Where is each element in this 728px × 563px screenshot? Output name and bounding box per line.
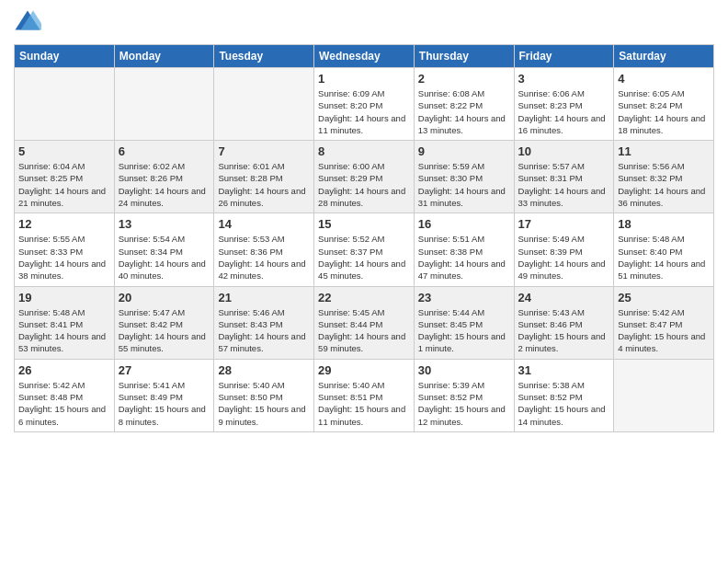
day-info: Sunrise: 5:56 AM Sunset: 8:32 PM Dayligh…: [618, 160, 710, 209]
day-number: 18: [618, 217, 710, 231]
page: SundayMondayTuesdayWednesdayThursdayFrid…: [0, 0, 728, 442]
day-number: 5: [18, 144, 110, 158]
calendar-cell-4-4: 22Sunrise: 5:45 AM Sunset: 8:44 PM Dayli…: [314, 286, 415, 359]
calendar-cell-1-4: 1Sunrise: 6:09 AM Sunset: 8:20 PM Daylig…: [314, 68, 415, 141]
calendar-cell-2-7: 11Sunrise: 5:56 AM Sunset: 8:32 PM Dayli…: [614, 141, 714, 213]
day-number: 2: [418, 72, 510, 86]
day-number: 20: [119, 291, 210, 304]
calendar-cell-1-3: [214, 68, 314, 141]
day-number: 21: [218, 291, 310, 304]
day-info: Sunrise: 5:52 AM Sunset: 8:37 PM Dayligh…: [318, 233, 410, 282]
calendar-cell-5-2: 27Sunrise: 5:41 AM Sunset: 8:49 PM Dayli…: [114, 359, 214, 431]
day-number: 14: [218, 217, 310, 231]
calendar-cell-4-6: 24Sunrise: 5:43 AM Sunset: 8:46 PM Dayli…: [514, 286, 614, 359]
calendar-cell-3-7: 18Sunrise: 5:48 AM Sunset: 8:40 PM Dayli…: [614, 213, 714, 286]
day-number: 7: [218, 144, 310, 158]
day-number: 8: [318, 144, 410, 158]
day-number: 4: [618, 72, 710, 86]
calendar-table: SundayMondayTuesdayWednesdayThursdayFrid…: [14, 44, 714, 432]
calendar-cell-3-6: 17Sunrise: 5:49 AM Sunset: 8:39 PM Dayli…: [514, 213, 614, 286]
calendar-cell-3-5: 16Sunrise: 5:51 AM Sunset: 8:38 PM Dayli…: [414, 213, 514, 286]
day-info: Sunrise: 5:45 AM Sunset: 8:44 PM Dayligh…: [318, 306, 410, 355]
day-number: 28: [218, 363, 310, 377]
day-info: Sunrise: 5:48 AM Sunset: 8:40 PM Dayligh…: [618, 233, 710, 282]
day-info: Sunrise: 5:39 AM Sunset: 8:52 PM Dayligh…: [418, 379, 510, 428]
weekday-header-monday: Monday: [114, 45, 214, 68]
day-info: Sunrise: 5:40 AM Sunset: 8:50 PM Dayligh…: [218, 379, 310, 428]
week-row-2: 5Sunrise: 6:04 AM Sunset: 8:25 PM Daylig…: [15, 141, 714, 213]
calendar-cell-2-6: 10Sunrise: 5:57 AM Sunset: 8:31 PM Dayli…: [514, 141, 614, 213]
day-number: 10: [518, 144, 610, 158]
day-info: Sunrise: 5:44 AM Sunset: 8:45 PM Dayligh…: [418, 306, 510, 355]
day-info: Sunrise: 5:38 AM Sunset: 8:52 PM Dayligh…: [518, 379, 610, 428]
weekday-header-tuesday: Tuesday: [214, 45, 314, 68]
calendar-cell-2-1: 5Sunrise: 6:04 AM Sunset: 8:25 PM Daylig…: [15, 141, 115, 213]
day-number: 27: [119, 363, 210, 377]
calendar-cell-1-1: [15, 68, 115, 141]
weekday-header-friday: Friday: [514, 45, 614, 68]
day-number: 23: [418, 291, 510, 304]
day-info: Sunrise: 6:04 AM Sunset: 8:25 PM Dayligh…: [18, 160, 110, 209]
day-number: 29: [318, 363, 410, 377]
calendar-cell-4-5: 23Sunrise: 5:44 AM Sunset: 8:45 PM Dayli…: [414, 286, 514, 359]
day-number: 25: [618, 291, 710, 304]
day-info: Sunrise: 5:53 AM Sunset: 8:36 PM Dayligh…: [218, 233, 310, 282]
day-number: 30: [418, 363, 510, 377]
weekday-header-sunday: Sunday: [15, 45, 115, 68]
calendar-cell-3-2: 13Sunrise: 5:54 AM Sunset: 8:34 PM Dayli…: [114, 213, 214, 286]
calendar-cell-3-3: 14Sunrise: 5:53 AM Sunset: 8:36 PM Dayli…: [214, 213, 314, 286]
day-number: 26: [18, 363, 110, 377]
week-row-1: 1Sunrise: 6:09 AM Sunset: 8:20 PM Daylig…: [15, 68, 714, 141]
day-info: Sunrise: 6:02 AM Sunset: 8:26 PM Dayligh…: [119, 160, 210, 209]
header: [14, 9, 714, 37]
day-number: 13: [119, 217, 210, 231]
week-row-4: 19Sunrise: 5:48 AM Sunset: 8:41 PM Dayli…: [15, 286, 714, 359]
day-number: 3: [518, 72, 610, 86]
calendar-cell-5-7: [614, 359, 714, 431]
calendar-cell-5-6: 31Sunrise: 5:38 AM Sunset: 8:52 PM Dayli…: [514, 359, 614, 431]
day-number: 12: [18, 217, 110, 231]
day-info: Sunrise: 5:54 AM Sunset: 8:34 PM Dayligh…: [119, 233, 210, 282]
day-info: Sunrise: 5:40 AM Sunset: 8:51 PM Dayligh…: [318, 379, 410, 428]
day-info: Sunrise: 5:51 AM Sunset: 8:38 PM Dayligh…: [418, 233, 510, 282]
logo-icon: [14, 9, 41, 37]
day-number: 6: [119, 144, 210, 158]
calendar-cell-2-2: 6Sunrise: 6:02 AM Sunset: 8:26 PM Daylig…: [114, 141, 214, 213]
weekday-header-thursday: Thursday: [414, 45, 514, 68]
weekday-header-saturday: Saturday: [614, 45, 714, 68]
calendar-cell-5-5: 30Sunrise: 5:39 AM Sunset: 8:52 PM Dayli…: [414, 359, 514, 431]
calendar-cell-1-7: 4Sunrise: 6:05 AM Sunset: 8:24 PM Daylig…: [614, 68, 714, 141]
day-info: Sunrise: 5:42 AM Sunset: 8:48 PM Dayligh…: [18, 379, 110, 428]
day-info: Sunrise: 5:42 AM Sunset: 8:47 PM Dayligh…: [618, 306, 710, 355]
day-info: Sunrise: 5:43 AM Sunset: 8:46 PM Dayligh…: [518, 306, 610, 355]
day-number: 1: [318, 72, 410, 86]
calendar-cell-5-3: 28Sunrise: 5:40 AM Sunset: 8:50 PM Dayli…: [214, 359, 314, 431]
calendar-cell-3-4: 15Sunrise: 5:52 AM Sunset: 8:37 PM Dayli…: [314, 213, 415, 286]
calendar-cell-1-2: [114, 68, 214, 141]
weekday-header-wednesday: Wednesday: [314, 45, 415, 68]
calendar-cell-1-5: 2Sunrise: 6:08 AM Sunset: 8:22 PM Daylig…: [414, 68, 514, 141]
day-number: 17: [518, 217, 610, 231]
day-info: Sunrise: 5:55 AM Sunset: 8:33 PM Dayligh…: [18, 233, 110, 282]
calendar-cell-5-1: 26Sunrise: 5:42 AM Sunset: 8:48 PM Dayli…: [15, 359, 115, 431]
calendar-cell-2-4: 8Sunrise: 6:00 AM Sunset: 8:29 PM Daylig…: [314, 141, 415, 213]
day-info: Sunrise: 6:00 AM Sunset: 8:29 PM Dayligh…: [318, 160, 410, 209]
day-info: Sunrise: 6:06 AM Sunset: 8:23 PM Dayligh…: [518, 87, 610, 136]
day-info: Sunrise: 6:01 AM Sunset: 8:28 PM Dayligh…: [218, 160, 310, 209]
day-info: Sunrise: 5:41 AM Sunset: 8:49 PM Dayligh…: [119, 379, 210, 428]
calendar-cell-4-1: 19Sunrise: 5:48 AM Sunset: 8:41 PM Dayli…: [15, 286, 115, 359]
day-info: Sunrise: 5:49 AM Sunset: 8:39 PM Dayligh…: [518, 233, 610, 282]
logo: [14, 9, 45, 37]
calendar-cell-4-7: 25Sunrise: 5:42 AM Sunset: 8:47 PM Dayli…: [614, 286, 714, 359]
day-number: 19: [18, 291, 110, 304]
day-number: 16: [418, 217, 510, 231]
calendar-cell-1-6: 3Sunrise: 6:06 AM Sunset: 8:23 PM Daylig…: [514, 68, 614, 141]
day-number: 22: [318, 291, 410, 304]
week-row-5: 26Sunrise: 5:42 AM Sunset: 8:48 PM Dayli…: [15, 359, 714, 431]
calendar-cell-4-3: 21Sunrise: 5:46 AM Sunset: 8:43 PM Dayli…: [214, 286, 314, 359]
day-number: 11: [618, 144, 710, 158]
day-info: Sunrise: 5:57 AM Sunset: 8:31 PM Dayligh…: [518, 160, 610, 209]
calendar-cell-3-1: 12Sunrise: 5:55 AM Sunset: 8:33 PM Dayli…: [15, 213, 115, 286]
day-info: Sunrise: 5:47 AM Sunset: 8:42 PM Dayligh…: [119, 306, 210, 355]
week-row-3: 12Sunrise: 5:55 AM Sunset: 8:33 PM Dayli…: [15, 213, 714, 286]
